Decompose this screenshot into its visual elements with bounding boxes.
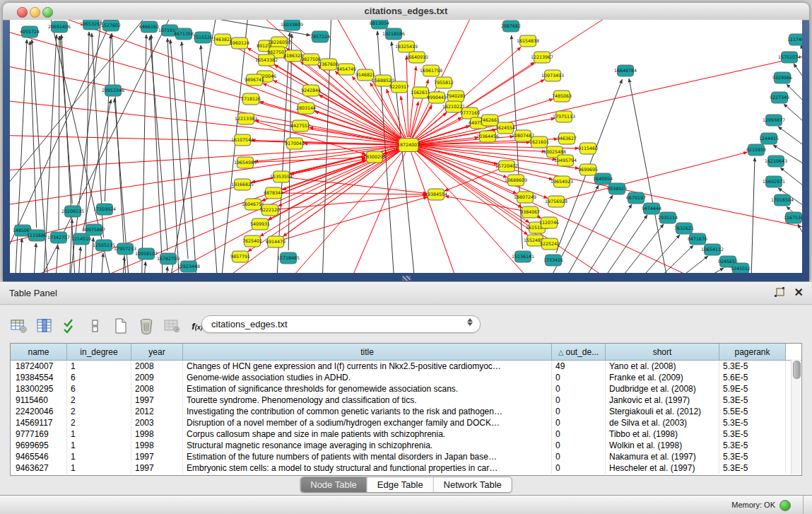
table-cell[interactable]: Genome-wide association studies in ADHD. [183,372,552,383]
table-cell[interactable]: 9777169 [11,428,67,440]
column-header-year[interactable]: year [131,344,183,361]
table-cell[interactable]: Changes of HCN gene expression and I(f) … [183,361,552,373]
table-cell[interactable]: 9465546 [11,451,67,462]
table-cell[interactable]: Wolkin et al. (1998) [606,440,719,451]
table-cell[interactable]: 18724007 [11,361,67,373]
table-cell[interactable]: Hescheler et al. (1997) [606,462,719,474]
table-row[interactable]: 1830029562008Estimation of significance … [11,383,802,395]
table-cell[interactable]: 2 [67,395,131,406]
table-cell[interactable]: 0 [552,383,606,395]
table-row[interactable]: 1456911722003Disruption of a novel membe… [11,417,802,428]
column-header-pagerank[interactable]: pagerank [719,344,786,361]
table-cell[interactable]: Tibbo et al. (1998) [606,428,719,440]
table-row[interactable]: 969969511998Structural magnetic resonanc… [11,440,802,451]
table-cell[interactable]: 5.9E-5 [719,383,786,395]
table-cell[interactable]: 0 [552,428,606,440]
table-cell[interactable]: 2008 [131,361,183,373]
table-cell[interactable]: Structural magnetic resonance image aver… [183,440,552,451]
table-cell[interactable]: 1 [67,440,131,451]
table-cell[interactable]: 2 [67,406,131,417]
table-cell[interactable]: 0 [552,372,606,383]
table-cell[interactable]: 1998 [131,428,183,440]
table-cell[interactable]: 2003 [131,417,183,428]
float-panel-icon[interactable] [773,286,786,299]
table-cell[interactable]: Nakamura et al. (1997) [606,451,719,462]
table-cell[interactable]: de Silva et al. (2003) [606,417,719,428]
table-cell[interactable]: 5.3E-5 [719,451,786,462]
table-cell[interactable]: 2 [67,417,131,428]
table-cell[interactable]: 6 [67,372,131,383]
table-scrollbar[interactable] [791,359,801,474]
table-cell[interactable]: 5.3E-5 [719,361,786,373]
table-settings-button[interactable] [10,317,28,335]
column-header-out_de[interactable]: △out_de... [552,344,606,361]
table-cell[interactable]: 9463627 [11,462,67,474]
column-header-in_degree[interactable]: in_degree [67,344,131,361]
table-cell[interactable]: 1997 [131,462,183,474]
table-cell[interactable]: Investigating the contribution of common… [183,406,552,417]
table-cell[interactable]: Franke et al. (2009) [606,372,719,383]
create-table-button[interactable] [112,317,130,335]
table-cell[interactable]: 1 [67,462,131,474]
table-cell[interactable]: 0 [552,462,606,474]
column-header-name[interactable]: name [11,344,67,361]
table-cell[interactable]: 1997 [131,395,183,406]
network-canvas[interactable]: 1872400740557242069140610653267152760264… [10,20,802,273]
network-window-titlebar[interactable]: citations_edges.txt [3,3,809,21]
table-cell[interactable]: 5.3E-5 [719,395,786,406]
table-cell[interactable]: Dudbridge et al. (2008) [606,383,719,395]
table-row[interactable]: 946554611997Estimation of the future num… [11,451,802,462]
table-cell[interactable]: 9699695 [11,440,67,451]
table-cell[interactable]: 14569117 [11,417,67,428]
table-cell[interactable]: 9115460 [11,395,67,406]
column-header-title[interactable]: title [183,344,552,361]
select-rows-button[interactable] [61,317,79,335]
table-cell[interactable]: 1997 [131,451,183,462]
table-cell[interactable]: 2009 [131,372,183,383]
table-cell[interactable]: 0 [552,417,606,428]
table-cell[interactable]: 5.3E-5 [719,417,786,428]
table-row[interactable]: 1938455462009Genome-wide association stu… [11,372,802,383]
delete-table-button[interactable] [137,317,155,335]
tab-node-table[interactable]: Node Table [300,477,367,492]
tab-edge-table[interactable]: Edge Table [367,477,434,492]
table-cell[interactable]: 1 [67,361,131,373]
select-columns-button[interactable] [35,317,54,335]
table-cell[interactable]: Corpus callosum shape and size in male p… [183,428,552,440]
memory-ok-indicator[interactable] [779,500,791,511]
table-cell[interactable]: 0 [552,406,606,417]
table-cell[interactable]: 1 [67,428,131,440]
citation-network-graph[interactable]: 1872400740557242069140610653267152760264… [10,20,802,273]
table-cell[interactable]: Jankovic et al. (1997) [606,395,719,406]
table-cell[interactable]: 22420046 [11,406,67,417]
table-cell[interactable]: 6 [67,383,131,395]
table-row[interactable]: 977716911998Corpus callosum shape and si… [11,428,802,440]
table-cell[interactable]: 18300295 [11,383,67,395]
table-cell[interactable]: 19384554 [11,372,67,383]
table-cell[interactable]: 5.3E-5 [719,440,786,451]
table-cell[interactable]: 5.3E-5 [719,462,786,474]
row-height-button[interactable] [86,317,105,335]
table-row[interactable]: 946362711997Embryonic stem cells: a mode… [11,462,802,474]
table-cell[interactable]: 49 [552,361,606,373]
table-cell[interactable]: 0 [552,451,606,462]
table-cell[interactable]: Estimation of the future numbers of pati… [183,451,552,462]
table-cell[interactable]: Tourette syndrome. Phenomenology and cla… [183,395,552,406]
table-row[interactable]: 1872400712008Changes of HCN gene express… [11,361,802,373]
table-cell[interactable]: Estimation of significance thresholds fo… [183,383,552,395]
window-resize-grip[interactable] [402,276,411,281]
table-cell[interactable]: Disruption of a novel member of a sodium… [183,417,552,428]
table-cell[interactable]: Stergiakouli et al. (2012) [606,406,719,417]
scrollbar-thumb[interactable] [793,361,801,379]
table-row[interactable]: 911546021997Tourette syndrome. Phenomeno… [11,395,802,406]
table-selector[interactable]: citations_edges.txt [201,315,481,333]
table-cell[interactable]: 0 [552,395,606,406]
tab-network-table[interactable]: Network Table [434,477,512,492]
table-cell[interactable]: 1998 [131,440,183,451]
close-panel-icon[interactable]: ✕ [794,286,804,299]
table-cell[interactable]: 5.6E-5 [719,372,786,383]
table-cell[interactable]: 1 [67,451,131,462]
table-cell[interactable]: 5.5E-5 [719,406,786,417]
table-cell[interactable]: Embryonic stem cells: a model to study s… [183,462,552,474]
table-cell[interactable]: 5.3E-5 [719,428,786,440]
